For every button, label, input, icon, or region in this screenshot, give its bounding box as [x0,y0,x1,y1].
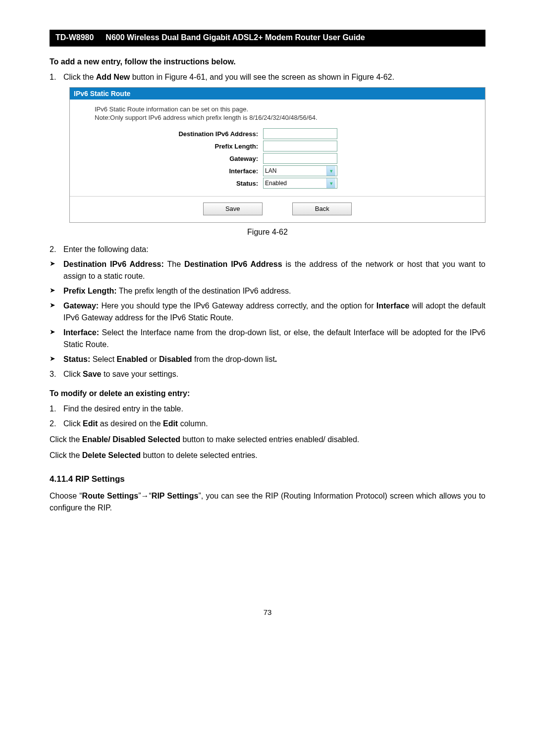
bullet-icon: ➤ [50,353,63,365]
step-number: 1. [50,403,63,415]
select-interface[interactable]: LAN ▾ [263,165,337,176]
text-bold: Edit [163,419,178,428]
text-bold: Delete Selected [82,451,141,459]
label-prefix-length: Prefix Length: [95,143,263,150]
text: Click the [50,451,82,459]
text: Click the [50,435,82,444]
text: button to make selected entries enabled/… [180,435,359,444]
select-status[interactable]: Enabled ▾ [263,178,337,189]
text-bold: . [275,355,277,363]
bullet-body: Interface: Select the Interface name fro… [63,327,485,351]
header-bar: TD-W8980 N600 Wireless Dual Band Gigabit… [50,30,485,47]
input-gateway[interactable] [263,153,337,164]
step-body: Find the desired entry in the table. [63,403,485,415]
text-bold: Destination IPv6 Address [184,260,282,268]
text: column. [178,419,208,428]
label-gateway: Gateway: [95,155,263,162]
paragraph: Click the Delete Selected button to dele… [50,450,485,461]
step-number: 1. [50,71,63,83]
bullet-body: Gateway: Here you should type the IPv6 G… [63,300,485,324]
doc-title: N600 Wireless Dual Band Gigabit ADSL2+ M… [100,30,485,46]
text: from the drop-down list [192,355,275,363]
text-bold: Save [83,370,101,378]
subsection-rip-settings: 4.11.4 RIP Settings [50,474,485,484]
text: The [164,260,184,268]
bullet-icon: ➤ [50,300,63,324]
select-value: Enabled [265,180,287,187]
text: Click [63,370,83,378]
figure-info-line: Note:Only support IPv6 address which pre… [95,114,475,121]
back-button[interactable]: Back [292,202,352,215]
text-bold: Interface [376,302,410,310]
text: button to delete selected entries. [141,451,258,459]
input-destination-ipv6[interactable] [263,128,337,139]
step-number: 2. [50,244,63,255]
select-value: LAN [265,167,276,174]
text: to save your settings. [101,370,178,378]
section-modify-title: To modify or delete an existing entry: [50,389,485,398]
text-bold: RIP Settings [152,492,199,500]
save-button[interactable]: Save [203,202,263,215]
label-interface: Interface: [95,167,263,175]
bullet-body: Prefix Length: The prefix length of the … [63,285,485,297]
text-bold: Route Settings [82,492,139,500]
text-bold: Enabled [117,355,148,363]
text-bold: Status: [63,355,90,363]
section-add-entry-title: To add a new entry, follow the instructi… [50,57,485,66]
bullet-body: Destination IPv6 Address: The Destinatio… [63,258,485,282]
text: Select the Interface name from the drop-… [63,328,485,349]
step-body: Click the Add New button in Figure 4-61,… [63,71,485,83]
paragraph: Click the Enable/ Disabled Selected butt… [50,434,485,446]
label-destination-ipv6: Destination IPv6 Address: [95,130,263,138]
text-bold: Prefix Length: [63,287,117,295]
text-bold: Add New [96,73,130,81]
step-number: 2. [50,418,63,430]
text: Here you should type the IPv6 Gateway ad… [99,302,376,310]
bullet-icon: ➤ [50,285,63,297]
paragraph: Choose “Route Settings”→“RIP Settings”, … [50,490,485,514]
text-bold: Interface: [63,328,99,337]
step-body: Click Save to save your settings. [63,368,485,380]
page-number: 73 [50,608,485,616]
figure-caption: Figure 4-62 [50,228,485,237]
text: or [148,355,159,363]
bullet-icon: ➤ [50,327,63,351]
figure-info-line: IPv6 Static Route information can be set… [95,105,475,113]
text: as desired on the [98,419,163,428]
text: Choose “ [50,492,82,500]
chevron-down-icon: ▾ [326,166,335,176]
step-number: 3. [50,368,63,380]
text-bold: Disabled [159,355,192,363]
text: button in Figure 4-61, and you will see … [130,73,394,81]
model-badge: TD-W8980 [50,30,100,46]
arrow-right-icon: → [141,492,149,500]
text: Click [63,419,83,428]
bullet-body: Status: Select Enabled or Disabled from … [63,353,485,365]
chevron-down-icon: ▾ [326,178,335,188]
text-bold: Gateway: [63,302,99,310]
bullet-icon: ➤ [50,258,63,282]
step-body: Click Edit as desired on the Edit column… [63,418,485,430]
input-prefix-length[interactable] [263,141,337,151]
text-bold: Enable/ Disabled Selected [82,435,180,444]
label-status: Status: [95,180,263,187]
text-bold: Edit [83,419,98,428]
text: Select [90,355,116,363]
text: The prefix length of the destination IPv… [117,287,291,295]
figure-header: IPv6 Static Route [70,88,485,100]
figure-ipv6-static-route: IPv6 Static Route IPv6 Static Route info… [69,87,485,223]
step-body: Enter the following data: [63,244,485,255]
text-bold: Destination IPv6 Address: [63,260,164,268]
text: Click the [63,73,96,81]
